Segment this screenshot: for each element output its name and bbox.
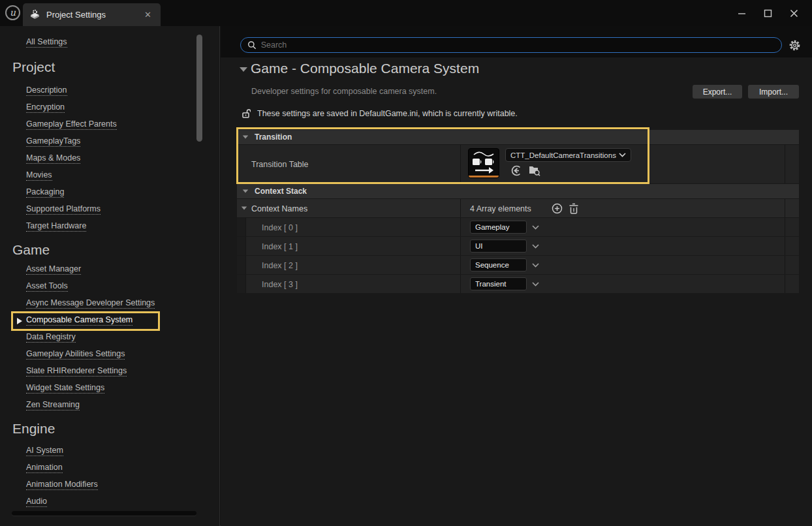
use-selected-asset-button[interactable] (510, 164, 522, 176)
context-names-row: Context Names 4 Array elements (237, 199, 799, 217)
context-name-input-3[interactable]: Transient (470, 277, 527, 290)
context-names-collapse-icon[interactable] (242, 206, 247, 209)
window-controls (728, 0, 807, 26)
minimize-button[interactable] (728, 3, 755, 23)
sidebar-item-movies[interactable]: Movies (26, 170, 52, 181)
sidebar-item-gameplay-abilities-settings[interactable]: Gameplay Abilities Settings (26, 349, 125, 360)
page-title-collapse-icon[interactable] (240, 67, 247, 72)
plus-circle-icon (552, 203, 563, 214)
transition-table-row: Transition Table CTT_DefaultCameraTransi… (237, 145, 799, 183)
settings-main-panel: Game - Composable Camera System Develope… (221, 26, 812, 526)
sidebar-item-target-hardware[interactable]: Target Hardware (26, 221, 86, 232)
sidebar-item-composable-camera-system[interactable]: Composable Camera System (26, 315, 133, 326)
index-label: Index [ 0 ] (262, 223, 298, 232)
sidebar-item-gameplaytags[interactable]: GameplayTags (26, 136, 80, 147)
trash-icon (569, 203, 579, 214)
close-window-button[interactable] (781, 3, 807, 23)
sidebar-item-animation-modifiers[interactable]: Animation Modifiers (26, 480, 98, 490)
chevron-down-icon (619, 153, 626, 157)
unreal-engine-logo-icon: u (5, 5, 20, 20)
settings-sidebar: All Settings Project Description Encrypt… (0, 26, 220, 526)
sidebar-horizontal-scrollbar[interactable] (12, 511, 196, 516)
transition-collapse-icon[interactable] (243, 135, 249, 138)
sidebar-item-animation[interactable]: Animation (26, 463, 63, 473)
config-file-note: These settings are saved in DefaultGame.… (242, 108, 518, 119)
use-selected-asset-icon (511, 165, 522, 176)
config-note-text: These settings are saved in DefaultGame.… (257, 109, 518, 118)
context-names-label: Context Names (251, 204, 307, 213)
sidebar-item-asset-manager[interactable]: Asset Manager (26, 264, 81, 275)
search-input[interactable] (261, 40, 775, 50)
chevron-down-icon[interactable] (532, 282, 539, 286)
transition-table-asset-thumbnail[interactable] (468, 148, 499, 178)
sidebar-item-maps-and-modes[interactable]: Maps & Modes (26, 153, 80, 164)
titlebar: u Project Settings ✕ (0, 0, 812, 26)
context-stack-collapse-icon[interactable] (243, 189, 249, 193)
sidebar-section-project: Project (0, 56, 219, 78)
section-header-context-stack[interactable]: Context Stack (237, 184, 799, 198)
sidebar-item-gameplay-effect-parents[interactable]: Gameplay Effect Parents (26, 119, 117, 130)
browse-to-asset-button[interactable] (527, 164, 540, 177)
browse-to-asset-icon (528, 164, 540, 176)
search-input-wrap (240, 37, 782, 53)
settings-gear-icon[interactable] (787, 38, 802, 52)
transition-table-label: Transition Table (251, 160, 309, 169)
tab-title: Project Settings (46, 10, 142, 20)
context-stack-section-title: Context Stack (255, 187, 307, 196)
transition-section-title: Transition (255, 132, 292, 142)
context-name-input-2[interactable]: Sequence (470, 258, 527, 271)
sidebar-section-game: Game (0, 239, 219, 261)
maximize-button[interactable] (755, 3, 781, 23)
index-label: Index [ 2 ] (262, 261, 298, 270)
camera-transition-icon (469, 149, 499, 176)
context-name-input-0[interactable]: Gameplay (470, 221, 527, 234)
project-settings-tab-icon (29, 9, 40, 20)
tab-close-icon[interactable]: ✕ (142, 8, 154, 21)
section-header-transition[interactable]: Transition (237, 130, 799, 144)
sidebar-item-slate-rhirenderer-settings[interactable]: Slate RHIRenderer Settings (26, 366, 127, 377)
sidebar-item-widget-state-settings[interactable]: Widget State Settings (26, 383, 104, 394)
import-button[interactable]: Import... (748, 85, 799, 99)
chevron-down-icon[interactable] (532, 225, 539, 230)
unlocked-padlock-icon (242, 108, 251, 119)
export-button[interactable]: Export... (693, 85, 742, 99)
thumbnail-accent-bar (469, 176, 499, 178)
context-name-input-1[interactable]: UI (470, 240, 527, 253)
array-row-2: Index [ 2 ] Sequence (237, 256, 799, 274)
sidebar-item-description[interactable]: Description (26, 85, 67, 96)
sidebar-item-data-registry[interactable]: Data Registry (26, 332, 76, 343)
page-subtitle: Developer settings for composable camera… (251, 87, 437, 96)
sidebar-section-engine: Engine (0, 418, 219, 440)
sidebar-item-ai-system[interactable]: AI System (26, 446, 63, 456)
chevron-down-icon[interactable] (532, 244, 539, 249)
page-title: Game - Composable Camera System (251, 61, 479, 76)
array-row-1: Index [ 1 ] UI (237, 237, 799, 255)
sidebar-item-supported-platforms[interactable]: Supported Platforms (26, 204, 101, 215)
project-settings-window: u Project Settings ✕ All Settings (0, 0, 812, 526)
sidebar-item-packaging[interactable]: Packaging (26, 187, 64, 198)
tab-project-settings[interactable]: Project Settings ✕ (23, 3, 161, 26)
array-row-0: Index [ 0 ] Gameplay (237, 218, 799, 236)
chevron-down-icon[interactable] (532, 263, 539, 268)
transition-table-dropdown-value: CTT_DefaultCameraTransitions (510, 151, 619, 159)
search-icon (247, 40, 257, 50)
add-array-element-button[interactable] (551, 202, 563, 214)
sidebar-item-asset-tools[interactable]: Asset Tools (26, 281, 68, 292)
sidebar-item-async-message-developer-settings[interactable]: Async Message Developer Settings (26, 298, 155, 309)
sidebar-item-all-settings[interactable]: All Settings (26, 37, 67, 48)
array-row-3: Index [ 3 ] Transient (237, 275, 799, 293)
delete-array-button[interactable] (568, 202, 580, 214)
index-label: Index [ 3 ] (262, 280, 298, 289)
array-elements-count: 4 Array elements (470, 204, 531, 213)
sidebar-item-zen-streaming[interactable]: Zen Streaming (26, 400, 80, 410)
sidebar-item-audio[interactable]: Audio (26, 497, 47, 507)
index-label: Index [ 1 ] (262, 242, 298, 251)
sidebar-item-encryption[interactable]: Encryption (26, 102, 65, 113)
transition-table-dropdown[interactable]: CTT_DefaultCameraTransitions (505, 148, 631, 162)
sidebar-vertical-scrollbar[interactable] (196, 35, 202, 142)
